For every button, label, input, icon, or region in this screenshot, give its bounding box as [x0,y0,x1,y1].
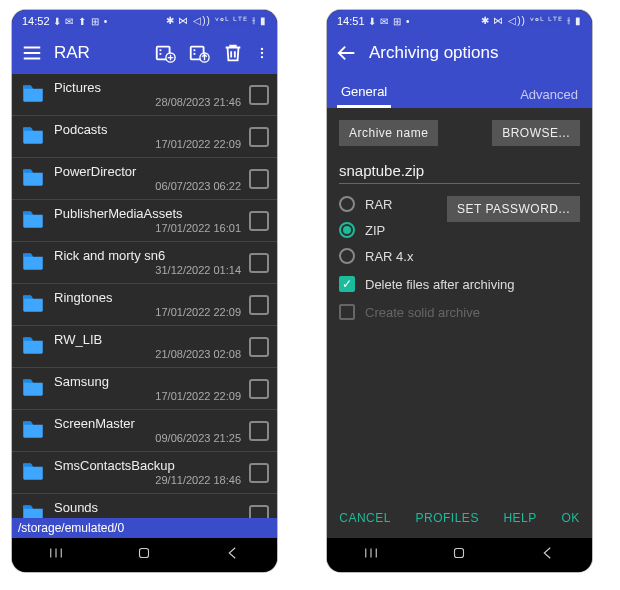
radio-zip[interactable]: ZIP [339,222,439,238]
archive-name-label[interactable]: Archive name [339,120,438,146]
file-row[interactable]: Rick and morty sn6 31/12/2022 01:14 [12,242,277,284]
svg-rect-6 [194,53,196,55]
file-name: SmsContactsBackup [54,459,241,473]
folder-icon [20,290,46,320]
file-name: PowerDirector [54,165,241,179]
delete-icon[interactable] [221,41,245,65]
phone-right: 14:51 ⬇ ✉ ⊞ • ✱ ⋈ ◁)) ᵛᵒᴸ ᴸᵀᴱ ⫲ ▮ Archiv… [327,10,592,572]
file-checkbox[interactable] [249,421,269,441]
svg-rect-1 [160,49,162,51]
tab-general[interactable]: General [337,78,391,108]
folder-icon [20,206,46,236]
svg-rect-12 [455,549,464,558]
folder-icon [20,164,46,194]
file-date: 28/08/2023 21:46 [54,96,241,108]
path-bar[interactable]: /storage/emulated/0 [12,518,277,538]
file-name: Ringtones [54,291,241,305]
status-time: 14:51 [337,15,365,27]
nav-home-icon[interactable] [450,544,468,566]
nav-bar [12,538,277,572]
tab-advanced[interactable]: Advanced [516,81,582,108]
file-date: 29/11/2022 18:46 [54,474,241,486]
status-left-icons: ⬇ ✉ ⬆ ⊞ • [53,16,109,27]
add-archive-icon[interactable] [153,41,177,65]
status-right-icons: ✱ ⋈ ◁)) ᵛᵒᴸ ᴸᵀᴱ ⫲ ▮ [481,15,582,27]
tab-bar: General Advanced [327,74,592,108]
file-checkbox[interactable] [249,463,269,483]
file-date: 17/01/2022 22:09 [54,390,241,402]
browse-button[interactable]: BROWSE... [492,120,580,146]
nav-recents-icon[interactable] [362,544,380,566]
file-name: Sounds [54,501,241,515]
file-row[interactable]: RW_LIB 21/08/2023 02:08 [12,326,277,368]
file-name: Samsung [54,375,241,389]
nav-back-icon[interactable] [224,544,242,566]
file-row[interactable]: Podcasts 17/01/2022 22:09 [12,116,277,158]
back-icon[interactable] [335,41,359,65]
nav-home-icon[interactable] [135,544,153,566]
status-left-icons: ⬇ ✉ ⊞ • [368,16,411,27]
status-bar: 14:52 ⬇ ✉ ⬆ ⊞ • ✱ ⋈ ◁)) ᵛᵒᴸ ᴸᵀᴱ ⫲ ▮ [12,10,277,32]
nav-recents-icon[interactable] [47,544,65,566]
file-date: 09/06/2023 21:25 [54,432,241,444]
radio-rar[interactable]: RAR [339,196,439,212]
file-date: 17/01/2022 22:09 [54,138,241,150]
folder-icon [20,80,46,110]
file-checkbox[interactable] [249,253,269,273]
folder-icon [20,500,46,519]
checkbox-delete-after[interactable]: Delete files after archiving [339,276,580,292]
file-date: 31/12/2022 01:14 [54,264,241,276]
folder-icon [20,458,46,488]
extract-archive-icon[interactable] [187,41,211,65]
bottom-actions: CANCEL PROFILES HELP OK [327,498,592,538]
cancel-button[interactable]: CANCEL [339,511,391,525]
overflow-icon[interactable] [255,41,269,65]
file-checkbox[interactable] [249,379,269,399]
svg-point-10 [261,56,263,58]
file-row[interactable]: Samsung 17/01/2022 22:09 [12,368,277,410]
folder-icon [20,332,46,362]
file-checkbox[interactable] [249,295,269,315]
ok-button[interactable]: OK [561,511,579,525]
set-password-button[interactable]: SET PASSWORD... [447,196,580,222]
file-name: PublisherMediaAssets [54,207,241,221]
file-name: Rick and morty sn6 [54,249,241,263]
app-bar: Archiving options [327,32,592,74]
file-name: Podcasts [54,123,241,137]
file-row[interactable]: Sounds 31/12/2022 04:34 [12,494,277,518]
archive-name-input[interactable]: snaptube.zip [339,158,580,184]
folder-icon [20,416,46,446]
file-checkbox[interactable] [249,85,269,105]
file-row[interactable]: SmsContactsBackup 29/11/2022 18:46 [12,452,277,494]
folder-icon [20,374,46,404]
svg-point-9 [261,52,263,54]
file-row[interactable]: Pictures 28/08/2023 21:46 [12,74,277,116]
file-checkbox[interactable] [249,211,269,231]
radio-icon [339,248,355,264]
file-checkbox[interactable] [249,505,269,519]
file-checkbox[interactable] [249,127,269,147]
app-bar: RAR [12,32,277,74]
file-name: Pictures [54,81,241,95]
svg-rect-5 [194,49,196,51]
file-checkbox[interactable] [249,169,269,189]
file-list[interactable]: Pictures 28/08/2023 21:46 Podcasts 17/01… [12,74,277,518]
status-bar: 14:51 ⬇ ✉ ⊞ • ✱ ⋈ ◁)) ᵛᵒᴸ ᴸᵀᴱ ⫲ ▮ [327,10,592,32]
svg-rect-2 [160,53,162,55]
file-checkbox[interactable] [249,337,269,357]
help-button[interactable]: HELP [503,511,536,525]
content: Archive name BROWSE... snaptube.zip RAR … [327,108,592,498]
file-row[interactable]: PowerDirector 06/07/2023 06:22 [12,158,277,200]
radio-rar4x[interactable]: RAR 4.x [339,248,439,264]
nav-back-icon[interactable] [539,544,557,566]
radio-icon [339,222,355,238]
file-date: 17/01/2022 16:01 [54,222,241,234]
file-row[interactable]: Ringtones 17/01/2022 22:09 [12,284,277,326]
status-right-icons: ✱ ⋈ ◁)) ᵛᵒᴸ ᴸᵀᴱ ⫲ ▮ [166,15,267,27]
screen-title: Archiving options [369,43,584,63]
file-row[interactable]: ScreenMaster 09/06/2023 21:25 [12,410,277,452]
radio-icon [339,196,355,212]
profiles-button[interactable]: PROFILES [416,511,479,525]
menu-icon[interactable] [20,41,44,65]
file-row[interactable]: PublisherMediaAssets 17/01/2022 16:01 [12,200,277,242]
